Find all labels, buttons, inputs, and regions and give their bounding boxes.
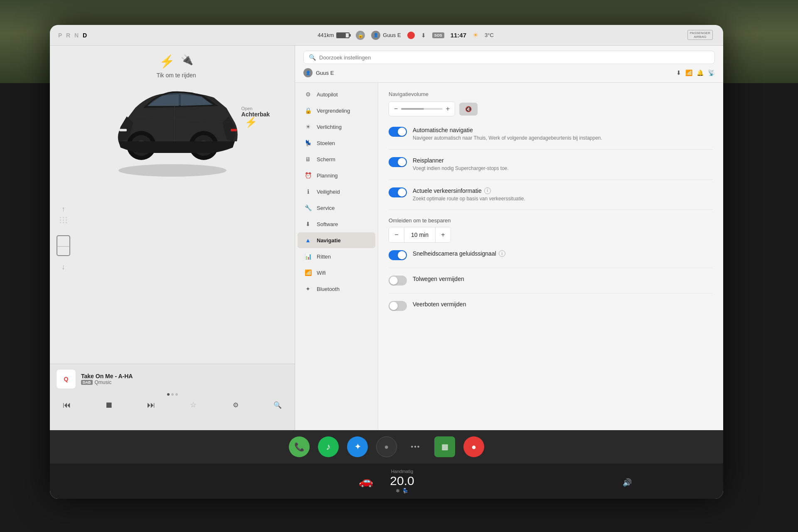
menu-item-scherm[interactable]: 🖥 Scherm — [298, 151, 375, 167]
settings-sidebar: ⚙ Autopilot 🔒 Vergrendeling ☀ Verlichtin… — [295, 83, 378, 430]
menu-item-veiligheid[interactable]: ℹ Veiligheid — [298, 184, 375, 200]
dot — [60, 222, 61, 223]
dot — [63, 222, 64, 223]
taskbar: 📞 ♪ ✦ ● ••• ▦ ● — [50, 430, 723, 463]
service-icon: 🔧 — [304, 204, 312, 212]
detour-stepper: − 10 min + — [389, 227, 451, 243]
user-header: 👤 Guus E ⬇ 📶 🔔 📡 — [303, 68, 715, 77]
favorite-button[interactable]: ☆ — [187, 398, 200, 411]
mute-button[interactable]: 🔇 — [459, 103, 478, 116]
camera-info-icon[interactable]: i — [499, 250, 505, 257]
menu-item-planning[interactable]: ⏰ Planning — [298, 167, 375, 183]
menu-label-verlichting: Verlichting — [317, 124, 342, 130]
veerboten-text: Veerboten vermijden — [413, 301, 466, 308]
passenger-airbag-indicator: PASSENGERAIRBAG — [687, 30, 713, 40]
verkeer-info-icon[interactable]: i — [484, 187, 491, 194]
toggle-knob — [398, 188, 406, 197]
reisplanner-setting: Reisplanner Voegt indien nodig Superchar… — [389, 157, 713, 180]
reisplanner-desc: Voegt indien nodig Supercharger-stops to… — [413, 165, 509, 172]
auto-nav-text: Automatische navigatie Navigeer automati… — [413, 127, 602, 142]
time-display: 11:47 — [451, 32, 466, 39]
screen-bezel: P R N D 441km 🔒 👤 Guus E ⬇ — [50, 25, 723, 499]
more-icon: ••• — [411, 443, 421, 451]
prev-track-button[interactable]: ⏮ — [60, 398, 74, 411]
spotify-button[interactable]: ♪ — [318, 436, 339, 457]
svg-rect-10 — [231, 129, 237, 131]
settings-username: Guus E — [316, 70, 334, 76]
bluetooth-button[interactable]: ✦ — [347, 436, 368, 457]
snowflake-icon: ❄ — [396, 488, 400, 494]
header-icons: ⬇ 📶 🔔 📡 — [676, 69, 715, 76]
navigatie-icon: ▲ — [304, 236, 312, 244]
download-status-icon: ⬇ — [676, 69, 681, 76]
search-music-button[interactable]: 🔍 — [271, 398, 284, 411]
detour-label: Omleiden om te besparen — [389, 217, 713, 224]
user-status: 👤 Guus E — [371, 31, 401, 40]
volume-decrease-button[interactable]: − — [394, 105, 398, 113]
range-indicator: 441km — [318, 32, 350, 38]
detour-decrease-button[interactable]: − — [389, 227, 404, 242]
search-bar[interactable]: 🔍 — [303, 51, 715, 64]
bell-icon: 🔔 — [697, 69, 704, 76]
menu-item-service[interactable]: 🔧 Service — [298, 200, 375, 216]
tolwegen-toggle[interactable] — [389, 276, 407, 286]
settings-body: ⚙ Autopilot 🔒 Vergrendeling ☀ Verlichtin… — [295, 83, 723, 430]
veiligheid-icon: ℹ — [304, 188, 312, 195]
bluetooth-icon-taskbar: ✦ — [355, 442, 361, 451]
toggle-knob — [398, 128, 406, 136]
dashcam-button[interactable]: ● — [463, 436, 484, 457]
auto-nav-desc: Navigeer automatisch naar Thuis, Werk of… — [413, 135, 602, 142]
music-controls: ⏮ ⏹ ⏭ ☆ ⚙ 🔍 — [56, 398, 288, 411]
menu-label-software: Software — [317, 221, 338, 227]
menu-item-ritten[interactable]: 📊 Ritten — [298, 249, 375, 264]
lock-icon: 🔒 — [356, 31, 365, 40]
toggle-knob — [398, 251, 406, 259]
next-track-button[interactable]: ⏭ — [145, 398, 158, 411]
mute-icon: 🔇 — [465, 106, 472, 112]
snelheidscamera-setting: Snelheidscamera geluidssignaal i — [389, 250, 713, 268]
menu-item-autopilot[interactable]: ⚙ Autopilot — [298, 86, 375, 102]
scherm-icon: 🖥 — [304, 155, 312, 163]
more-button[interactable]: ••• — [405, 436, 426, 457]
snelheidscamera-toggle[interactable] — [389, 250, 407, 260]
ritten-icon: 📊 — [304, 253, 312, 260]
auto-nav-toggle[interactable] — [389, 127, 407, 137]
menu-item-software[interactable]: ⬇ Software — [298, 216, 375, 232]
verkeer-title: Actuele verkeersinformatie i — [413, 187, 525, 194]
radio-name: DAB Qmusic — [81, 379, 133, 385]
search-input[interactable] — [319, 54, 709, 61]
detour-increase-button[interactable]: + — [436, 227, 451, 242]
menu-item-bluetooth[interactable]: ✦ Bluetooth — [298, 281, 375, 297]
phone-button[interactable]: 📞 — [289, 436, 310, 457]
camera-button[interactable]: ● — [376, 436, 397, 457]
scroll-down-arrow: ↓ — [62, 263, 65, 271]
menu-item-stoelen[interactable]: 💺 Stoelen — [298, 135, 375, 151]
verkeer-setting: Actuele verkeersinformatie i Zoekt optim… — [389, 187, 713, 210]
qmusic-logo: Q — [56, 369, 76, 389]
map-button[interactable]: ▦ — [434, 436, 455, 457]
equalizer-button[interactable]: ⚙ — [229, 398, 242, 411]
stop-button[interactable]: ⏹ — [102, 398, 116, 411]
menu-item-verlichting[interactable]: ☀ Verlichting — [298, 119, 375, 135]
climate-bar: 🚗 Handmatig 20.0 ❄ 💺 🔊 — [50, 463, 723, 499]
temperature-display: 3°C — [485, 32, 494, 38]
verkeer-toggle[interactable] — [389, 187, 407, 197]
toggle-knob — [398, 158, 406, 166]
car-display-area: ⚡ 🔌 Tik om te rijden Open Voorbak 🔓 — [50, 46, 295, 220]
volume-slider[interactable]: − + — [389, 101, 455, 116]
search-icon: 🔍 — [309, 54, 316, 61]
verkeer-desc: Zoekt optimale route op basis van verkee… — [413, 195, 525, 202]
stoelen-icon: 💺 — [304, 139, 312, 147]
settings-header: 🔍 👤 Guus E ⬇ 📶 🔔 📡 — [295, 46, 723, 83]
menu-label-wifi: Wifi — [317, 270, 326, 276]
menu-item-vergrendeling[interactable]: 🔒 Vergrendeling — [298, 103, 375, 118]
menu-label-scherm: Scherm — [317, 156, 335, 163]
volume-taskbar-icon[interactable]: 🔊 — [623, 478, 632, 487]
menu-item-navigatie[interactable]: ▲ Navigatie — [298, 232, 375, 248]
reisplanner-toggle[interactable] — [389, 157, 407, 167]
menu-item-wifi[interactable]: 📶 Wifi — [298, 265, 375, 281]
software-icon: ⬇ — [304, 220, 312, 228]
veerboten-toggle[interactable] — [389, 301, 407, 311]
volume-increase-button[interactable]: + — [446, 105, 450, 113]
menu-label-service: Service — [317, 205, 335, 211]
